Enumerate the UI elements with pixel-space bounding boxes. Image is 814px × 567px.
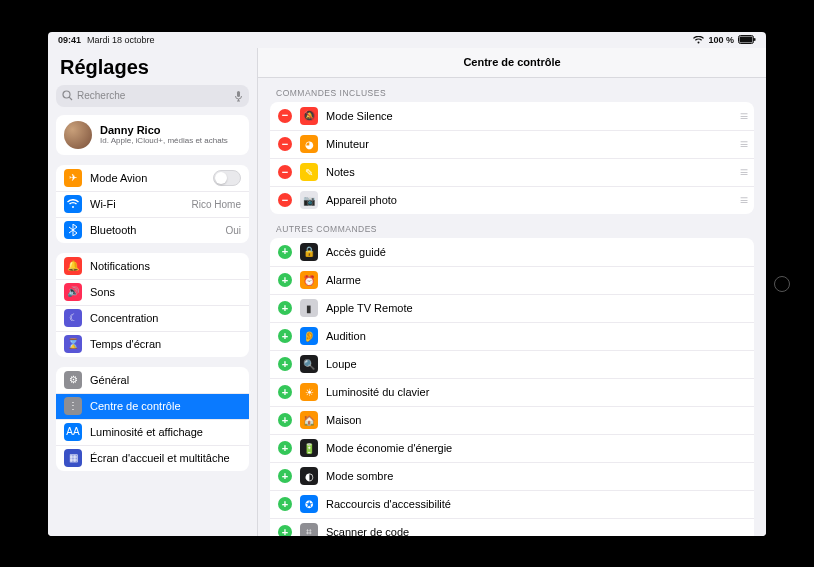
remove-button[interactable]: −	[278, 137, 292, 151]
row-label: Écran d'accueil et multitâche	[90, 452, 241, 464]
reorder-handle[interactable]: ≡	[740, 192, 746, 208]
control-label: Accès guidé	[326, 246, 746, 258]
add-button[interactable]: +	[278, 525, 292, 536]
sidebar-item-mode-avion[interactable]: ✈Mode Avion	[56, 165, 249, 191]
detail-title: Centre de contrôle	[258, 48, 766, 78]
control-row-notes: −✎Notes≡	[270, 158, 754, 186]
svg-line-4	[69, 97, 72, 100]
control-icon: ✪	[300, 495, 318, 513]
remove-button[interactable]: −	[278, 109, 292, 123]
add-button[interactable]: +	[278, 357, 292, 371]
settings-sidebar: Réglages Recherche Danny Rico Id. Apple,…	[48, 48, 258, 536]
row-icon: ✈	[64, 169, 82, 187]
add-button[interactable]: +	[278, 245, 292, 259]
remove-button[interactable]: −	[278, 165, 292, 179]
row-label: Concentration	[90, 312, 241, 324]
control-icon: ✎	[300, 163, 318, 181]
row-icon: ⋮	[64, 397, 82, 415]
add-button[interactable]: +	[278, 469, 292, 483]
add-button[interactable]: +	[278, 497, 292, 511]
control-icon: 👂	[300, 327, 318, 345]
row-label: Général	[90, 374, 241, 386]
control-row-appareil-photo: −📷Appareil photo≡	[270, 186, 754, 214]
control-icon: 🔕	[300, 107, 318, 125]
sidebar-item-sons[interactable]: 🔊Sons	[56, 279, 249, 305]
add-button[interactable]: +	[278, 385, 292, 399]
sidebar-item-g-n-ral[interactable]: ⚙Général	[56, 367, 249, 393]
add-button[interactable]: +	[278, 413, 292, 427]
row-value: Rico Home	[192, 199, 241, 210]
control-icon: ◕	[300, 135, 318, 153]
control-label: Notes	[326, 166, 732, 178]
toggle[interactable]	[213, 170, 241, 186]
control-label: Mode sombre	[326, 470, 746, 482]
control-icon: ⌗	[300, 523, 318, 536]
control-icon: 🔍	[300, 355, 318, 373]
control-label: Scanner de code	[326, 526, 746, 536]
sidebar-item--cran-d-accueil-et-multit-che[interactable]: ▦Écran d'accueil et multitâche	[56, 445, 249, 471]
add-button[interactable]: +	[278, 301, 292, 315]
control-row-mode-conomie-d-nergie: +🔋Mode économie d'énergie	[270, 434, 754, 462]
search-input[interactable]: Recherche	[56, 85, 249, 107]
battery-icon	[738, 35, 756, 44]
svg-rect-1	[740, 37, 753, 43]
profile-subtitle: Id. Apple, iCloud+, médias et achats	[100, 136, 228, 145]
detail-pane: Centre de contrôle COMMANDES INCLUSES −🔕…	[258, 48, 766, 536]
sidebar-item-notifications[interactable]: 🔔Notifications	[56, 253, 249, 279]
control-row-acc-s-guid-: +🔒Accès guidé	[270, 238, 754, 266]
sidebar-item-bluetooth[interactable]: BluetoothOui	[56, 217, 249, 243]
control-row-minuteur: −◕Minuteur≡	[270, 130, 754, 158]
row-icon: ⚙	[64, 371, 82, 389]
remove-button[interactable]: −	[278, 193, 292, 207]
reorder-handle[interactable]: ≡	[740, 136, 746, 152]
svg-point-3	[63, 91, 70, 98]
row-label: Centre de contrôle	[90, 400, 241, 412]
row-icon: ▦	[64, 449, 82, 467]
control-label: Mode Silence	[326, 110, 732, 122]
control-row-mode-sombre: +◐Mode sombre	[270, 462, 754, 490]
add-button[interactable]: +	[278, 273, 292, 287]
row-icon: ⌛	[64, 335, 82, 353]
sidebar-item-centre-de-contr-le[interactable]: ⋮Centre de contrôle	[56, 393, 249, 419]
control-label: Audition	[326, 330, 746, 342]
status-time: 09:41	[58, 35, 81, 45]
row-icon: 🔔	[64, 257, 82, 275]
profile-name: Danny Rico	[100, 124, 228, 136]
row-value: Oui	[225, 225, 241, 236]
wifi-icon	[693, 36, 704, 44]
control-row-loupe: +🔍Loupe	[270, 350, 754, 378]
svg-rect-5	[237, 91, 240, 97]
control-icon: ☀	[300, 383, 318, 401]
control-icon: 🔋	[300, 439, 318, 457]
add-button[interactable]: +	[278, 329, 292, 343]
row-icon: AA	[64, 423, 82, 441]
section-header-included: COMMANDES INCLUSES	[270, 78, 754, 102]
control-row-mode-silence: −🔕Mode Silence≡	[270, 102, 754, 130]
control-label: Loupe	[326, 358, 746, 370]
page-title: Réglages	[56, 52, 249, 85]
sidebar-item-wi-fi[interactable]: Wi-FiRico Home	[56, 191, 249, 217]
control-row-raccourcis-d-accessibilit-: +✪Raccourcis d'accessibilité	[270, 490, 754, 518]
home-button[interactable]	[774, 276, 790, 292]
add-button[interactable]: +	[278, 441, 292, 455]
search-icon	[62, 90, 73, 101]
section-header-others: AUTRES COMMANDES	[270, 214, 754, 238]
control-row-apple-tv-remote: +▮Apple TV Remote	[270, 294, 754, 322]
reorder-handle[interactable]: ≡	[740, 108, 746, 124]
control-icon: 🔒	[300, 243, 318, 261]
sidebar-item-luminosit-et-affichage[interactable]: AALuminosité et affichage	[56, 419, 249, 445]
sidebar-item-concentration[interactable]: ☾Concentration	[56, 305, 249, 331]
reorder-handle[interactable]: ≡	[740, 164, 746, 180]
control-label: Minuteur	[326, 138, 732, 150]
sidebar-item-temps-d-cran[interactable]: ⌛Temps d'écran	[56, 331, 249, 357]
row-label: Mode Avion	[90, 172, 205, 184]
control-row-maison: +🏠Maison	[270, 406, 754, 434]
control-icon: ⏰	[300, 271, 318, 289]
row-label: Sons	[90, 286, 241, 298]
control-label: Maison	[326, 414, 746, 426]
apple-id-profile[interactable]: Danny Rico Id. Apple, iCloud+, médias et…	[56, 115, 249, 155]
control-icon: 🏠	[300, 411, 318, 429]
status-date: Mardi 18 octobre	[87, 35, 155, 45]
control-label: Luminosité du clavier	[326, 386, 746, 398]
search-placeholder: Recherche	[73, 90, 234, 101]
